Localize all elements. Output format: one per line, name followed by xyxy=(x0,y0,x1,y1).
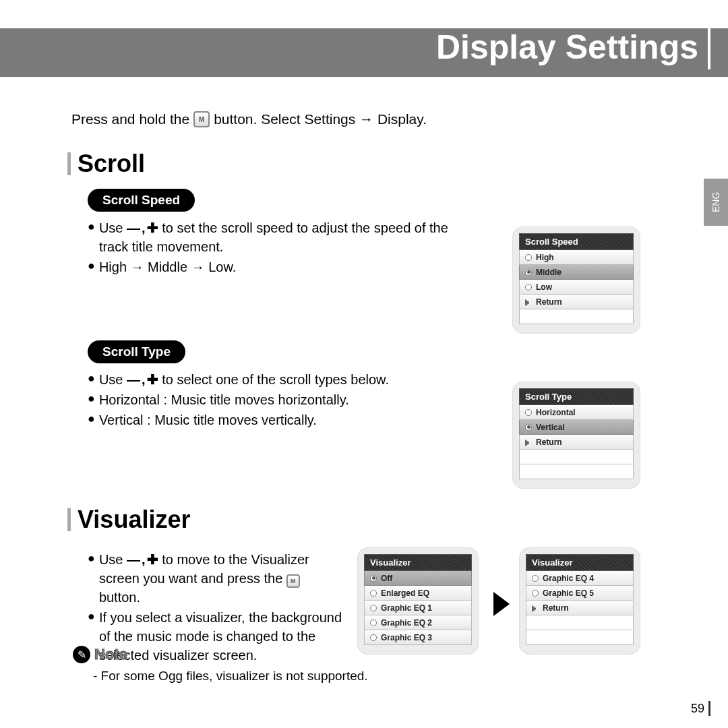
device-visualizer-2: Visualizer Graphic EQ 4 Graphic EQ 5 Ret… xyxy=(519,547,640,655)
scroll-speed-pill: Scroll Speed xyxy=(88,189,195,212)
note-block: ✎ Note - For some Ogg files, visualizer … xyxy=(73,646,368,684)
item-label: Return xyxy=(543,603,569,613)
radio-icon xyxy=(370,575,377,582)
note-icon: ✎ xyxy=(73,646,90,663)
bullet-icon: ● xyxy=(88,411,95,427)
list-item[interactable]: Off xyxy=(364,571,472,586)
item-label: Return xyxy=(536,437,562,447)
item-label: Graphic EQ 3 xyxy=(381,633,432,642)
m-button-icon: M xyxy=(286,574,300,588)
scroll-type-pill: Scroll Type xyxy=(88,340,185,363)
list-item[interactable]: Graphic EQ 4 xyxy=(526,571,634,586)
radio-icon xyxy=(525,284,532,291)
item-label: Return xyxy=(536,297,562,307)
intro-before: Press and hold the xyxy=(71,111,189,127)
scroll-type-block: Scroll Type ● Use — , ✚ to select one of… xyxy=(88,340,389,431)
text: button. xyxy=(99,590,140,605)
list-item[interactable]: Enlarged EQ xyxy=(364,586,472,601)
radio-icon xyxy=(532,575,539,582)
text: to select one of the scroll types below. xyxy=(162,372,389,387)
item-label: Low xyxy=(536,282,552,292)
bullet-icon: ● xyxy=(88,608,95,625)
minus-icon: — xyxy=(127,221,140,235)
divider-icon xyxy=(708,701,710,716)
note-label: Note xyxy=(94,646,127,663)
radio-icon xyxy=(370,619,377,626)
text: Use xyxy=(99,372,123,387)
heading-scroll-text: Scroll xyxy=(78,150,145,178)
device-scroll-type: Scroll Type Horizontal Vertical Return xyxy=(512,382,640,489)
bullet-icon: ● xyxy=(88,218,95,235)
item-label: Horizontal xyxy=(536,408,576,417)
plus-minus-icon: — , ✚ xyxy=(127,550,158,569)
radio-icon xyxy=(525,269,532,276)
list-item xyxy=(519,464,634,479)
item-label: Middle xyxy=(536,268,562,277)
list-item xyxy=(519,309,634,324)
list-item[interactable]: Graphic EQ 3 xyxy=(364,630,472,645)
heading-bar-icon xyxy=(67,152,71,175)
device-title: Scroll Type xyxy=(519,388,634,405)
list-item[interactable]: Graphic EQ 5 xyxy=(526,586,634,601)
item-label: Vertical xyxy=(536,423,565,432)
bullet-icon: ● xyxy=(88,550,95,567)
minus-icon: — xyxy=(127,553,140,566)
note-detail: - For some Ogg files, visualizer is not … xyxy=(93,669,368,684)
text: Use xyxy=(99,552,123,567)
bullet-icon: ● xyxy=(88,257,95,274)
scroll-type-line3: Vertical : Music title moves vertically. xyxy=(99,411,317,429)
intro-after: button. Select Settings → Display. xyxy=(214,111,427,127)
list-item[interactable]: Return xyxy=(519,435,634,450)
list-item[interactable]: Middle xyxy=(519,265,634,280)
device-visualizer-1: Visualizer Off Enlarged EQ Graphic EQ 1 … xyxy=(357,547,479,655)
plus-icon: ✚ xyxy=(147,553,158,566)
section-heading-visualizer: Visualizer xyxy=(67,506,190,534)
bullet-icon: ● xyxy=(88,390,95,407)
radio-icon xyxy=(525,409,532,416)
radio-icon xyxy=(370,605,377,611)
device-title: Visualizer xyxy=(526,554,634,571)
plus-icon: ✚ xyxy=(147,373,158,386)
item-label: Graphic EQ 2 xyxy=(381,618,432,628)
radio-icon xyxy=(525,424,532,431)
list-item[interactable]: Return xyxy=(519,295,634,309)
page-title: Display Settings xyxy=(436,26,710,69)
list-item xyxy=(526,630,634,645)
list-item[interactable]: Vertical xyxy=(519,420,634,435)
list-item[interactable]: Return xyxy=(526,601,634,615)
radio-icon xyxy=(370,634,377,641)
language-tab: ENG xyxy=(704,179,728,226)
scroll-type-line2: Horizontal : Music title moves horizonta… xyxy=(99,390,349,409)
page-number: 59 xyxy=(691,701,710,716)
list-item[interactable]: Low xyxy=(519,280,634,295)
page-number-value: 59 xyxy=(691,702,704,716)
radio-icon xyxy=(525,254,532,261)
return-icon xyxy=(532,605,539,612)
item-label: Graphic EQ 5 xyxy=(543,588,594,598)
text: Use xyxy=(99,220,123,235)
device-title: Scroll Speed xyxy=(519,233,634,250)
arrow-right-icon xyxy=(493,592,510,616)
scroll-type-line1: Use — , ✚ to select one of the scroll ty… xyxy=(99,370,389,389)
intro-line: Press and hold the M button. Select Sett… xyxy=(71,111,427,127)
scroll-speed-line2: High → Middle → Low. xyxy=(99,257,236,276)
bullet-icon: ● xyxy=(88,370,95,387)
list-item[interactable]: Graphic EQ 1 xyxy=(364,601,472,615)
item-label: Off xyxy=(381,574,392,583)
radio-icon xyxy=(370,590,377,597)
scroll-speed-line1: Use — , ✚ to set the scroll speed to adj… xyxy=(99,218,477,256)
plus-icon: ✚ xyxy=(147,221,158,235)
comma: , xyxy=(142,370,146,389)
list-item[interactable]: Horizontal xyxy=(519,405,634,420)
scroll-speed-block: Scroll Speed ● Use — , ✚ to set the scro… xyxy=(88,189,477,278)
list-item xyxy=(526,615,634,630)
list-item[interactable]: Graphic EQ 2 xyxy=(364,615,472,630)
list-item xyxy=(519,450,634,464)
m-button-icon: M xyxy=(193,111,210,127)
comma: , xyxy=(142,550,146,569)
heading-bar-icon xyxy=(67,508,71,531)
radio-icon xyxy=(532,590,539,597)
list-item[interactable]: High xyxy=(519,250,634,265)
section-heading-scroll: Scroll xyxy=(67,150,145,178)
device-title: Visualizer xyxy=(364,554,472,571)
